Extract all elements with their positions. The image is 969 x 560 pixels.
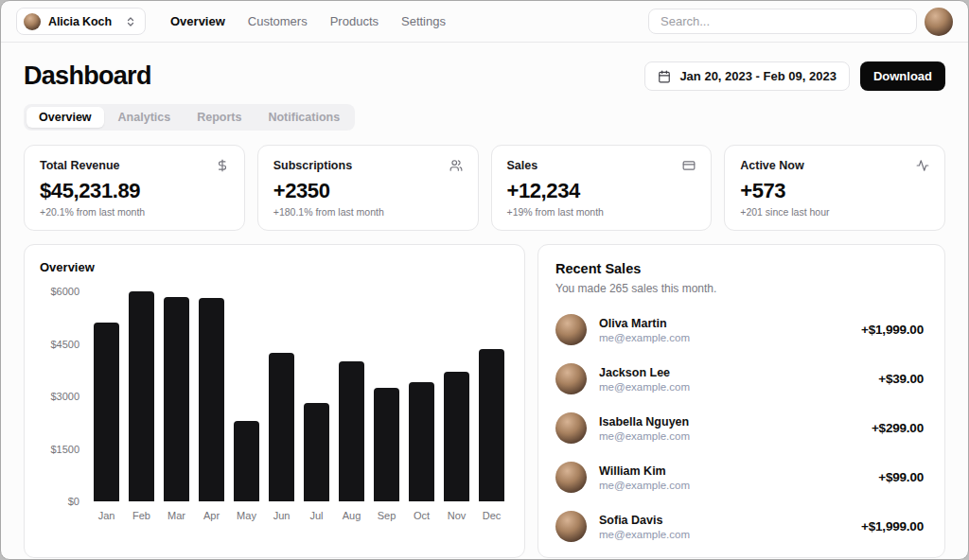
bar-category-label: Apr [203, 510, 220, 523]
team-name: Alicia Koch [48, 15, 117, 28]
sale-list-item: Oliva Martin me@example.com +$1,999.00 [555, 314, 924, 345]
stat-value: +573 [740, 179, 929, 203]
bar [164, 297, 189, 501]
sale-email: me@example.com [599, 381, 690, 393]
bar [304, 403, 329, 501]
tab-notifications[interactable]: Notifications [255, 107, 352, 128]
header-actions: Jan 20, 2023 - Feb 09, 2023 Download [644, 61, 945, 91]
nav-link-settings[interactable]: Settings [401, 14, 446, 28]
sale-amount: +$1,999.00 [861, 519, 924, 534]
nav-link-customers[interactable]: Customers [248, 14, 308, 28]
download-button[interactable]: Download [860, 61, 945, 91]
bar [269, 353, 294, 501]
bar-category-label: Feb [132, 510, 150, 523]
bar-chart: $6000$4500$3000$1500$0 JanFebMarAprMayJu… [40, 291, 509, 523]
bar-column: Aug [334, 291, 369, 523]
recent-sales-title: Recent Sales [555, 261, 924, 276]
sale-email: me@example.com [599, 529, 690, 540]
search-input[interactable] [648, 9, 917, 34]
stat-change: +20.1% from last month [40, 206, 229, 218]
sale-amount: +$39.00 [878, 372, 924, 386]
sale-name: Sofia Davis [599, 514, 690, 527]
page-content: Dashboard Jan 20, 2023 - Feb 09, 2023 Do… [1, 43, 968, 560]
sale-list-item: Isabella Nguyen me@example.com +$299.00 [555, 412, 924, 444]
bar-column: May [229, 291, 264, 523]
bar-column: Jul [299, 291, 334, 523]
stat-title: Sales [507, 159, 538, 172]
nav-link-overview[interactable]: Overview [170, 14, 225, 28]
sale-avatar [555, 314, 587, 345]
bar-column: Sep [369, 291, 404, 523]
bar-column: Nov [439, 291, 474, 523]
tab-reports[interactable]: Reports [185, 107, 254, 128]
tab-overview[interactable]: Overview [26, 107, 104, 128]
sale-amount: +$299.00 [872, 421, 924, 435]
sale-list-item: Sofia Davis me@example.com +$1,999.00 [555, 511, 924, 542]
stat-value: $45,231.89 [40, 179, 229, 203]
sale-list-item: Jackson Lee me@example.com +$39.00 [555, 363, 924, 394]
sale-name: Jackson Lee [599, 366, 690, 379]
bar-category-label: Sep [378, 510, 396, 523]
bar-column: Dec [474, 291, 509, 523]
chart-title: Overview [40, 260, 509, 274]
bar-column: Jan [89, 291, 124, 523]
bar [199, 298, 224, 501]
stat-change: +180.1% from last month [273, 206, 463, 218]
stat-card-active-now: Active Now +573 +201 since last hour [724, 145, 945, 231]
team-switcher[interactable]: Alicia Koch [16, 8, 146, 35]
bar-category-label: Jun [273, 510, 291, 523]
tab-analytics[interactable]: Analytics [106, 107, 184, 128]
user-avatar[interactable] [925, 8, 953, 36]
nav-link-products[interactable]: Products [330, 14, 379, 28]
sale-name: William Kim [599, 464, 690, 478]
sale-email: me@example.com [599, 332, 690, 343]
bar [479, 349, 504, 501]
page-title: Dashboard [24, 61, 151, 91]
bar [409, 382, 434, 501]
activity-icon [916, 159, 929, 172]
stat-value: +2350 [273, 179, 463, 203]
overview-chart-card: Overview $6000$4500$3000$1500$0 JanFebMa… [24, 244, 525, 558]
recent-sales-card: Recent Sales You made 265 sales this mon… [537, 244, 945, 558]
users-icon [449, 159, 463, 172]
stat-value: +12,234 [507, 179, 696, 203]
bar [129, 291, 154, 501]
sale-amount: +$1,999.00 [861, 323, 924, 337]
y-axis-tick-label: $4500 [50, 339, 79, 350]
tab-list: Overview Analytics Reports Notifications [24, 104, 355, 131]
bar-category-label: Dec [483, 510, 502, 523]
bar-column: Apr [194, 291, 229, 523]
bar-category-label: May [237, 510, 256, 523]
stat-title: Active Now [740, 159, 803, 172]
main-grid: Overview $6000$4500$3000$1500$0 JanFebMa… [24, 244, 945, 558]
date-range-picker[interactable]: Jan 20, 2023 - Feb 09, 2023 [644, 61, 850, 91]
bar [374, 388, 399, 501]
chevrons-up-down-icon [125, 16, 136, 27]
recent-sales-list: Oliva Martin me@example.com +$1,999.00 J… [555, 314, 924, 542]
sale-avatar [555, 412, 587, 444]
bar-column: Jun [264, 291, 299, 523]
chart-bars: JanFebMarAprMayJunJulAugSepOctNovDec [89, 291, 509, 523]
bar [444, 372, 469, 501]
sale-email: me@example.com [599, 430, 690, 442]
y-axis-tick-label: $0 [68, 496, 79, 507]
stat-card-subscriptions: Subscriptions +2350 +180.1% from last mo… [257, 145, 479, 231]
chart-y-axis: $6000$4500$3000$1500$0 [40, 291, 89, 501]
bar-category-label: Oct [414, 510, 430, 523]
sale-amount: +$99.00 [878, 470, 924, 484]
bar-category-label: Aug [343, 510, 361, 523]
recent-sales-subtitle: You made 265 sales this month. [555, 282, 924, 295]
credit-card-icon [682, 159, 696, 172]
y-axis-tick-label: $3000 [50, 391, 79, 402]
sale-avatar [555, 462, 587, 493]
bar-column: Feb [124, 291, 159, 523]
stat-change: +201 since last hour [740, 206, 929, 218]
sale-name: Oliva Martin [599, 317, 690, 330]
bar-column: Oct [404, 291, 439, 523]
stat-title: Total Revenue [40, 159, 120, 172]
bar-category-label: Jan [98, 510, 115, 523]
bar-category-label: Nov [448, 510, 467, 523]
bar [94, 323, 119, 501]
stat-change: +19% from last month [507, 206, 696, 218]
bar-column: Mar [159, 291, 194, 523]
